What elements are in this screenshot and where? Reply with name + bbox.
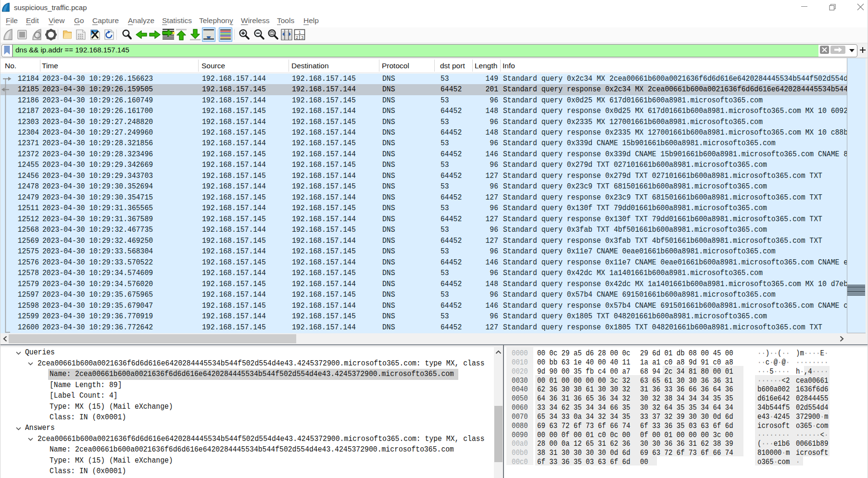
svg-text:2: 2 — [296, 35, 298, 40]
svg-text:1: 1 — [299, 30, 301, 35]
svg-text:3: 3 — [301, 35, 303, 40]
